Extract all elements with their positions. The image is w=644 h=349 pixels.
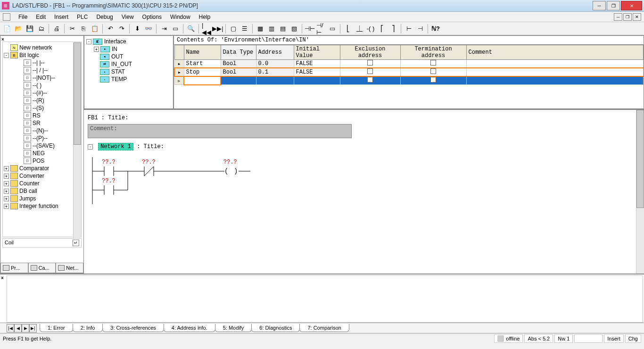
mdi-restore-button[interactable]: ❐ <box>623 13 632 21</box>
tree-item[interactable]: ⟨⟩SR <box>4 119 80 127</box>
copy-button[interactable]: ⎘ <box>78 24 89 34</box>
menu-debug[interactable]: Debug <box>92 14 117 20</box>
download-button[interactable]: ⬇ <box>132 24 142 34</box>
lad-conn2-button[interactable]: ⊣ <box>415 24 425 34</box>
iface-inout[interactable]: ⇄IN_OUT <box>86 60 171 68</box>
close-button[interactable]: ✕ <box>621 1 642 10</box>
menu-insert[interactable]: Insert <box>50 14 73 20</box>
tree-item[interactable]: ⟨⟩--(SAVE) <box>4 142 80 150</box>
mdi-minimize-button[interactable]: ─ <box>614 13 622 21</box>
search-button[interactable]: 🔍 <box>186 24 196 34</box>
return-icon[interactable]: ↵ <box>73 240 79 246</box>
window4-button[interactable]: ▧ <box>289 24 299 34</box>
checkbox[interactable] <box>367 68 373 74</box>
nav-first-button[interactable]: |◀◀ <box>201 24 212 34</box>
tree-item[interactable]: ⟨⟩--| |-- <box>4 59 80 66</box>
menu-file[interactable]: File <box>14 14 32 20</box>
tree-item[interactable]: ⟨⟩--(#)-- <box>4 89 80 97</box>
new-button[interactable]: 📄 <box>2 24 12 34</box>
contact-address[interactable]: ??.? <box>142 159 156 166</box>
output-close-icon[interactable]: × <box>1 275 4 281</box>
output-nav-next[interactable]: ▶ <box>22 324 29 332</box>
tree-folder[interactable]: +Converter <box>4 172 80 180</box>
network-expander-icon[interactable]: - <box>88 144 93 150</box>
checkbox[interactable] <box>430 68 436 74</box>
window1-button[interactable]: ▦ <box>255 24 265 34</box>
lad-junction-button[interactable]: ⏊ <box>354 24 364 34</box>
lad-box-button[interactable]: ▭ <box>327 24 338 34</box>
comment-box[interactable]: Comment: <box>88 124 352 138</box>
open-button[interactable]: 📂 <box>13 24 24 34</box>
iface-out[interactable]: ◂OUT <box>86 53 171 60</box>
network-header[interactable]: - Network 1 : Title: <box>88 143 640 150</box>
tree-item[interactable]: ⟨⟩--|NOT|-- <box>4 74 80 82</box>
tree-item[interactable]: ⟨⟩--(N)-- <box>4 127 80 134</box>
iface-stat[interactable]: ▪STAT <box>86 68 171 75</box>
mdi-system-icon[interactable] <box>3 13 10 21</box>
ladder-scrollbar[interactable] <box>636 110 644 274</box>
save-all-button[interactable]: 🗂 <box>36 24 46 34</box>
lad-coil-button[interactable]: -( ) <box>365 24 376 34</box>
table-row-new[interactable]: ▹ <box>174 76 644 85</box>
checkbox[interactable] <box>430 77 436 83</box>
iface-in[interactable]: +▸IN <box>86 45 171 53</box>
output-body[interactable] <box>7 275 643 323</box>
tree-folder[interactable]: +Integer function <box>4 202 80 210</box>
output-tab[interactable]: 2: Info <box>73 324 103 332</box>
nav-last-button[interactable]: ▶▶| <box>213 24 223 34</box>
table-row[interactable]: ▸ Start Bool 0.0 FALSE <box>174 60 644 68</box>
cut-button[interactable]: ✂ <box>67 24 77 34</box>
save-button[interactable]: 💾 <box>25 24 35 34</box>
tree-new-network[interactable]: NNew network <box>4 44 80 51</box>
output-tab[interactable]: 7: Comparison <box>299 324 349 332</box>
coil-address[interactable]: ??.? <box>223 159 237 166</box>
tree-item[interactable]: ⟨⟩RS <box>4 112 80 119</box>
output-nav-last[interactable]: ▶| <box>29 324 37 332</box>
window3-button[interactable]: ▤ <box>278 24 288 34</box>
tree-folder[interactable]: +Jumps <box>4 195 80 202</box>
tree-folder[interactable]: +Counter <box>4 180 80 187</box>
catalog-close-icon[interactable]: × <box>1 37 4 42</box>
monitor-button[interactable]: 👓 <box>143 24 154 34</box>
view-lad-button[interactable]: ▢ <box>228 24 239 34</box>
checkbox[interactable] <box>367 77 373 83</box>
menu-view[interactable]: View <box>117 14 138 20</box>
redo-button[interactable]: ↷ <box>116 24 127 34</box>
undo-button[interactable]: ↶ <box>105 24 116 34</box>
output-nav-first[interactable]: |◀ <box>7 324 14 332</box>
checkbox[interactable] <box>430 60 436 66</box>
ladder-editor[interactable]: FB1 : Title: Comment: - Network 1 : Titl… <box>84 110 644 274</box>
ladder-diagram[interactable]: ??.? ??.? ( ) ??.? ??.? <box>88 152 352 209</box>
tab-network[interactable]: Net... <box>56 263 83 273</box>
tree-item[interactable]: ⟨⟩--(P)-- <box>4 134 80 142</box>
lad-nc-button[interactable]: ⊣⊢ <box>305 24 315 34</box>
tree-folder[interactable]: +Comparator <box>4 165 80 172</box>
tree-item[interactable]: ⟨⟩NEG <box>4 150 80 157</box>
tree-bit-logic[interactable]: -BBit logic <box>4 51 80 59</box>
help-button[interactable]: ℕ? <box>430 24 441 34</box>
table-row[interactable]: ▸ Stop Bool 0.1 FALSE <box>174 68 644 76</box>
paste-button[interactable]: 📋 <box>90 24 100 34</box>
lad-open-button[interactable]: ⎡ <box>377 24 387 34</box>
contact-address[interactable]: ??.? <box>102 159 116 166</box>
goto-button[interactable]: ⇥ <box>159 24 169 34</box>
interface-tree[interactable]: -◧Interface +▸IN ◂OUT ⇄IN_OUT ▪STAT ▫TEM… <box>84 35 173 109</box>
tree-item[interactable]: ⟨⟩--| / |-- <box>4 66 80 74</box>
tree-folder[interactable]: +DB call <box>4 187 80 195</box>
output-tab[interactable]: 3: Cross-references <box>102 324 164 332</box>
catalog-scrollbar[interactable] <box>73 42 81 247</box>
tree-item[interactable]: ⟨⟩--(S) <box>4 104 80 112</box>
window2-button[interactable]: ▥ <box>266 24 277 34</box>
menu-edit[interactable]: Edit <box>32 14 50 20</box>
tab-program[interactable]: Pr... <box>0 263 28 273</box>
mdi-close-button[interactable]: ✕ <box>633 13 641 21</box>
menu-window[interactable]: Window <box>166 14 195 20</box>
tree-item[interactable]: ⟨⟩--( ) <box>4 82 80 89</box>
menu-options[interactable]: Options <box>138 14 166 20</box>
output-tab[interactable]: 5: Modify <box>215 324 252 332</box>
checkbox[interactable] <box>367 60 373 66</box>
tree-item[interactable]: ⟨⟩POS <box>4 157 80 165</box>
contact-address[interactable]: ??.? <box>102 178 116 184</box>
lad-close-button[interactable]: ⎤ <box>388 24 398 34</box>
minimize-button[interactable]: ─ <box>593 1 606 10</box>
